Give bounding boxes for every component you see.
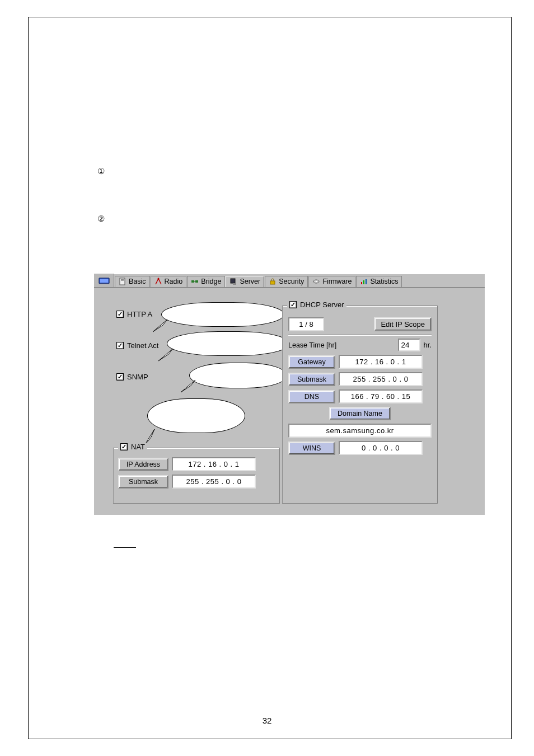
dhcp-legend-checkbox[interactable]: DHCP Server [287, 300, 346, 309]
bars-icon [360, 278, 368, 285]
domain-name-value[interactable]: sem.samsung.co.kr [288, 424, 432, 438]
telnet-active-checkbox[interactable]: Telnet Act [116, 341, 158, 350]
edit-ip-scope-button[interactable]: Edit IP Scope [374, 317, 432, 331]
wins-button[interactable]: WINS [288, 442, 335, 455]
tab-label: Basic [129, 278, 146, 285]
underline [114, 547, 136, 548]
tab-label: Bridge [201, 278, 221, 285]
callout-snmp [189, 363, 287, 388]
svg-point-5 [157, 278, 159, 280]
tab-server[interactable]: Server [226, 276, 264, 287]
http-label: HTTP A [127, 310, 152, 318]
svg-rect-14 [361, 282, 362, 284]
marker-2: ② [97, 214, 105, 224]
svg-rect-2 [120, 278, 125, 285]
nat-ip-value[interactable]: 172 . 16 . 0 . 1 [172, 457, 256, 471]
nat-label: NAT [131, 443, 145, 451]
dhcp-label: DHCP Server [300, 300, 344, 309]
antenna-icon [154, 278, 162, 285]
callout-nat [147, 398, 245, 433]
tab-radio[interactable]: Radio [151, 276, 187, 287]
tab-label: Server [240, 278, 260, 285]
telnet-label: Telnet Act [127, 341, 158, 350]
page-number: 32 [263, 716, 272, 725]
lock-icon [269, 278, 277, 285]
dns-value[interactable]: 166 . 79 . 60 . 15 [339, 389, 423, 403]
nat-legend-checkbox[interactable]: NAT [118, 443, 147, 451]
svg-rect-11 [270, 281, 275, 284]
callout-telnet [167, 331, 290, 356]
snmp-checkbox[interactable]: SNMP [116, 373, 148, 381]
svg-rect-15 [363, 280, 364, 284]
nat-ip-label-button[interactable]: IP Address [118, 458, 168, 471]
wins-value[interactable]: 0 . 0 . 0 . 0 [339, 441, 423, 455]
lease-time-unit: hr. [424, 341, 432, 349]
snmp-label: SNMP [127, 373, 148, 381]
tab-label: Firmware [322, 278, 352, 285]
tab-label: Statistics [370, 278, 398, 285]
tab-label: Radio [165, 278, 183, 285]
tab-basic[interactable]: Basic [115, 276, 150, 287]
checkbox-icon [289, 301, 297, 308]
svg-rect-1 [100, 279, 108, 283]
svg-rect-3 [121, 279, 124, 280]
lease-time-label: Lease Time [hr] [288, 341, 336, 349]
tabstrip: Basic Radio Bridge Server Security Firmw… [94, 274, 485, 288]
svg-rect-10 [233, 283, 236, 285]
callout-http [161, 302, 284, 327]
svg-point-13 [316, 281, 317, 282]
checkbox-icon [116, 373, 124, 381]
tab-security[interactable]: Security [265, 276, 308, 287]
svg-rect-4 [121, 280, 124, 281]
gateway-button[interactable]: Gateway [288, 355, 335, 369]
domain-name-button[interactable]: Domain Name [329, 407, 391, 420]
toolbar-app-icon[interactable] [94, 274, 114, 287]
gateway-value[interactable]: 172 . 16 . 0 . 1 [339, 355, 423, 369]
tab-firmware[interactable]: Firmware [308, 276, 355, 287]
marker-1: ① [97, 166, 105, 176]
server-tab-content: HTTP A Telnet Act SNMP [94, 288, 485, 515]
checkbox-icon [120, 443, 128, 450]
svg-rect-9 [231, 279, 235, 283]
dhcp-submask-button[interactable]: Submask [288, 373, 335, 386]
http-active-checkbox[interactable]: HTTP A [116, 310, 152, 318]
callout-tail-icon [152, 317, 168, 334]
nat-submask-value[interactable]: 255 . 255 . 0 . 0 [172, 475, 256, 489]
checkbox-icon [116, 311, 124, 318]
svg-rect-16 [366, 279, 367, 284]
dns-button[interactable]: DNS [288, 390, 335, 403]
disk-icon [312, 278, 320, 285]
server-tab-screenshot: Basic Radio Bridge Server Security Firmw… [94, 274, 485, 515]
tab-statistics[interactable]: Statistics [356, 276, 402, 287]
separator [288, 335, 432, 335]
nat-group: NAT IP Address 172 . 16 . 0 . 1 Submask … [113, 448, 280, 504]
callout-tail-icon [157, 346, 174, 363]
tab-label: Security [279, 278, 304, 285]
lease-time-input[interactable] [398, 339, 420, 351]
checkbox-icon [116, 342, 124, 349]
nat-submask-label-button[interactable]: Submask [118, 475, 168, 489]
dhcp-group: DHCP Server 1 / 8 Edit IP Scope Lease Ti… [282, 306, 438, 504]
svg-rect-8 [194, 281, 196, 282]
tab-bridge[interactable]: Bridge [187, 276, 225, 287]
server-icon [229, 278, 237, 285]
dhcp-scope-value: 1 / 8 [288, 317, 324, 331]
bridge-icon [191, 278, 199, 285]
callout-tail-icon [180, 378, 196, 395]
doc-icon [119, 278, 127, 285]
dhcp-submask-value[interactable]: 255 . 255 . 0 . 0 [339, 372, 423, 386]
